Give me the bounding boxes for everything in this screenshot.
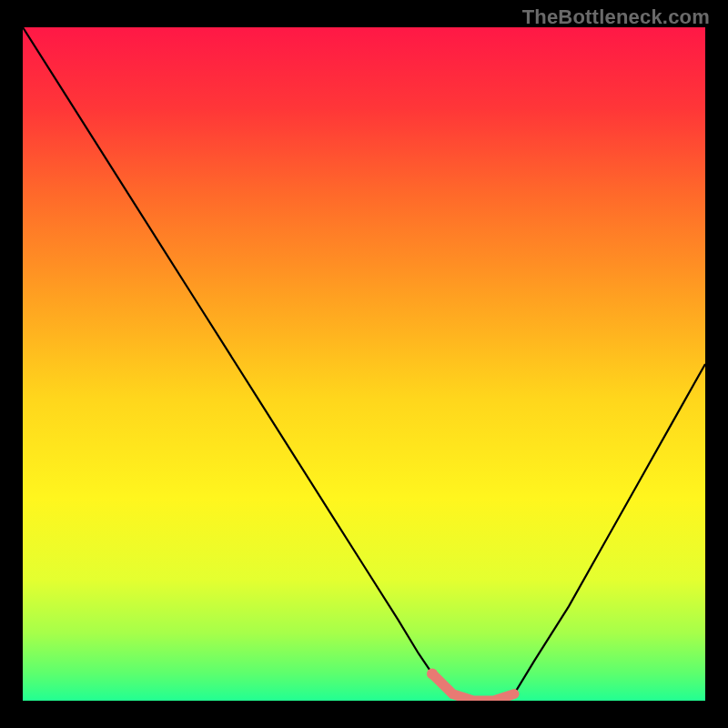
heat-gradient-panel [23, 27, 705, 701]
watermark-text: TheBottleneck.com [522, 5, 710, 29]
plateau-start-dot [427, 668, 438, 679]
bottleneck-chart: TheBottleneck.com [0, 0, 728, 728]
chart-svg [0, 0, 728, 728]
